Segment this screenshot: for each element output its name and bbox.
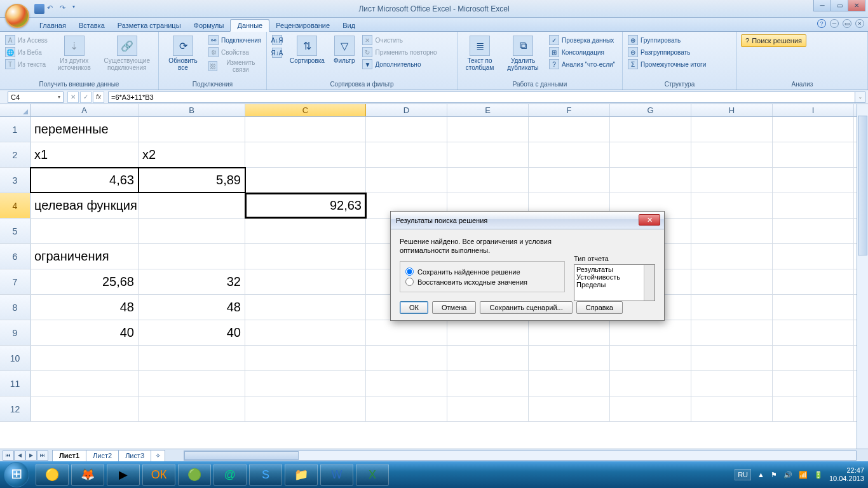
- cell-D2[interactable]: [366, 142, 447, 167]
- cell-I12[interactable]: [773, 396, 854, 421]
- cell-G2[interactable]: [610, 142, 691, 167]
- cell-A3[interactable]: 4,63: [31, 168, 139, 193]
- column-header-I[interactable]: I: [773, 104, 854, 116]
- cell-F12[interactable]: [529, 396, 610, 421]
- tray-clock[interactable]: 22:47 10.04.2013: [829, 466, 864, 483]
- row-header-3[interactable]: 3: [0, 168, 31, 193]
- cell-A8[interactable]: 48: [31, 295, 139, 320]
- tray-flag-icon[interactable]: ⚑: [771, 471, 777, 479]
- ungroup-button[interactable]: ⊖Разгруппировать: [627, 46, 707, 58]
- clear-filter-button[interactable]: ✕Очистить: [361, 34, 438, 46]
- cell-D11[interactable]: [366, 371, 447, 396]
- dialog-titlebar[interactable]: Результаты поиска решения ✕: [391, 212, 664, 229]
- cell-H9[interactable]: [691, 320, 773, 345]
- ribbon-restore-icon[interactable]: ▭: [843, 19, 851, 28]
- cell-A2[interactable]: x1: [31, 142, 139, 167]
- name-box[interactable]: C4: [8, 92, 64, 103]
- cell-E11[interactable]: [447, 371, 529, 396]
- taskbar-word[interactable]: W: [320, 464, 353, 485]
- cell-H2[interactable]: [691, 142, 773, 167]
- cell-I3[interactable]: [773, 168, 854, 193]
- what-if-button[interactable]: ?Анализ "что-если": [548, 58, 616, 70]
- list-item[interactable]: Результаты: [576, 266, 653, 273]
- cell-C11[interactable]: [245, 371, 366, 396]
- cell-I11[interactable]: [773, 371, 854, 396]
- cell-I4[interactable]: [773, 193, 854, 218]
- text-to-columns-button[interactable]: ≣Текст по столбцам: [461, 34, 498, 72]
- cell-H10[interactable]: [691, 346, 773, 370]
- cell-E12[interactable]: [447, 396, 529, 421]
- refresh-all-button[interactable]: ⟳Обновить все: [163, 34, 203, 72]
- sheet-tab-3[interactable]: Лист3: [118, 450, 151, 461]
- redo-icon[interactable]: ↷: [60, 4, 70, 14]
- cell-E1[interactable]: [447, 117, 529, 142]
- column-header-B[interactable]: B: [139, 104, 245, 116]
- ribbon-minimize-icon[interactable]: ─: [830, 19, 839, 28]
- cell-E9[interactable]: [447, 320, 529, 345]
- tray-volume-icon[interactable]: 🔊: [783, 471, 792, 479]
- office-button[interactable]: [5, 4, 29, 28]
- cell-H3[interactable]: [691, 168, 773, 193]
- cell-I7[interactable]: [773, 269, 854, 294]
- tab-view[interactable]: Вид: [336, 20, 362, 31]
- language-indicator[interactable]: RU: [735, 469, 751, 480]
- undo-icon[interactable]: ↶: [47, 4, 57, 14]
- reports-listbox[interactable]: Результаты Устойчивость Пределы: [574, 264, 655, 301]
- close-button[interactable]: ✕: [848, 0, 865, 11]
- taskbar-ok[interactable]: ОК: [142, 464, 175, 485]
- cell-H8[interactable]: [691, 295, 773, 320]
- save-scenario-button[interactable]: Сохранить сценарий...: [480, 301, 572, 314]
- tab-page-layout[interactable]: Разметка страницы: [111, 20, 187, 31]
- cell-C8[interactable]: [245, 295, 366, 320]
- solver-button[interactable]: ?Поиск решения: [741, 34, 806, 47]
- cell-H4[interactable]: [691, 193, 773, 218]
- cell-F2[interactable]: [529, 142, 610, 167]
- row-header-11[interactable]: 11: [0, 371, 31, 396]
- row-header-12[interactable]: 12: [0, 396, 31, 421]
- cell-D9[interactable]: [366, 320, 447, 345]
- minimize-button[interactable]: ─: [813, 0, 831, 11]
- taskbar-mail[interactable]: @: [214, 464, 247, 485]
- row-header-7[interactable]: 7: [0, 269, 31, 294]
- cell-B5[interactable]: [139, 219, 245, 243]
- edit-links-button[interactable]: ⛓Изменить связи: [207, 58, 262, 74]
- cell-D3[interactable]: [366, 168, 447, 193]
- cell-B12[interactable]: [139, 396, 245, 421]
- cell-I8[interactable]: [773, 295, 854, 320]
- cell-H7[interactable]: [691, 269, 773, 294]
- other-sources-button[interactable]: ⇣Из других источников: [53, 34, 96, 72]
- cancel-button[interactable]: Отмена: [432, 301, 476, 314]
- cell-B3[interactable]: 5,89: [139, 168, 245, 193]
- cell-I6[interactable]: [773, 244, 854, 269]
- hscroll-thumb[interactable]: [184, 451, 299, 460]
- from-text-button[interactable]: TИз текста: [4, 58, 49, 70]
- cell-B9[interactable]: 40: [139, 320, 245, 345]
- consolidate-button[interactable]: ⊞Консолидация: [548, 46, 616, 58]
- select-all-corner[interactable]: [0, 104, 31, 116]
- cell-G9[interactable]: [610, 320, 691, 345]
- cell-G11[interactable]: [610, 371, 691, 396]
- cell-B6[interactable]: [139, 244, 245, 269]
- list-item[interactable]: Устойчивость: [576, 273, 653, 281]
- cell-G3[interactable]: [610, 168, 691, 193]
- taskbar-app1[interactable]: 🟢: [178, 464, 211, 485]
- tab-data[interactable]: Данные: [230, 19, 269, 32]
- formula-expand-icon[interactable]: ⌄: [855, 92, 865, 103]
- start-button[interactable]: [4, 462, 29, 487]
- taskbar-explorer[interactable]: 📁: [285, 464, 318, 485]
- row-header-10[interactable]: 10: [0, 346, 31, 370]
- properties-button[interactable]: ⚙Свойства: [207, 46, 262, 58]
- dialog-close-button[interactable]: ✕: [639, 214, 660, 226]
- tab-formulas[interactable]: Формулы: [187, 20, 231, 31]
- taskbar-chrome[interactable]: 🟡: [36, 464, 69, 485]
- cell-C9[interactable]: [245, 320, 366, 345]
- cell-H1[interactable]: [691, 117, 773, 142]
- column-header-H[interactable]: H: [691, 104, 773, 116]
- filter-button[interactable]: ▽Фильтр: [331, 34, 358, 65]
- row-header-5[interactable]: 5: [0, 219, 31, 243]
- cell-C4[interactable]: 92,63: [245, 193, 366, 218]
- sheet-tab-2[interactable]: Лист2: [86, 450, 119, 461]
- row-header-1[interactable]: 1: [0, 117, 31, 142]
- sort-az-button[interactable]: А↓Я: [271, 34, 283, 46]
- cell-F11[interactable]: [529, 371, 610, 396]
